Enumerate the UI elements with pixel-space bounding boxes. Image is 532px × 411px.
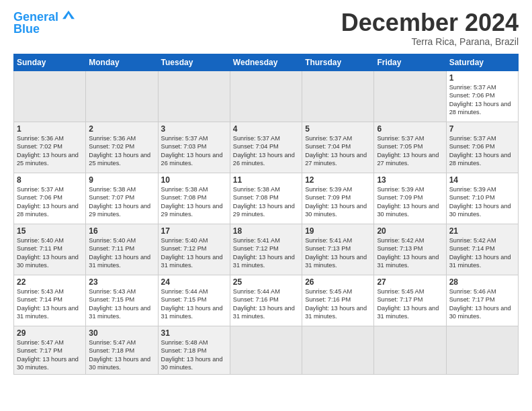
day-number: 24: [161, 277, 227, 287]
col-tuesday: Tuesday: [158, 54, 230, 71]
day-info: Sunrise: 5:45 AMSunset: 7:16 PMDaylight:…: [305, 288, 367, 320]
col-monday: Monday: [86, 54, 158, 71]
table-row: 19Sunrise: 5:41 AMSunset: 7:13 PMDayligh…: [302, 224, 374, 275]
col-saturday: Saturday: [446, 54, 518, 71]
day-number: 25: [233, 277, 299, 287]
table-row: 18Sunrise: 5:41 AMSunset: 7:12 PMDayligh…: [230, 224, 302, 275]
day-number: 3: [161, 124, 227, 134]
day-number: 5: [305, 124, 371, 134]
day-info: Sunrise: 5:37 AMSunset: 7:04 PMDaylight:…: [305, 135, 367, 167]
table-row: 7Sunrise: 5:37 AMSunset: 7:06 PMDaylight…: [446, 122, 518, 173]
table-row: 2Sunrise: 5:36 AMSunset: 7:02 PMDaylight…: [86, 122, 158, 173]
day-number: 10: [161, 175, 227, 185]
day-info: Sunrise: 5:40 AMSunset: 7:11 PMDaylight:…: [17, 237, 79, 269]
col-wednesday: Wednesday: [230, 54, 302, 71]
day-info: Sunrise: 5:37 AMSunset: 7:06 PMDaylight:…: [17, 186, 79, 218]
day-number: 15: [17, 226, 83, 236]
day-info: Sunrise: 5:48 AMSunset: 7:18 PMDaylight:…: [161, 339, 223, 371]
day-number: 27: [377, 277, 443, 287]
day-number: 26: [305, 277, 371, 287]
table-row: 3Sunrise: 5:37 AMSunset: 7:03 PMDaylight…: [158, 122, 230, 173]
day-info: Sunrise: 5:37 AMSunset: 7:04 PMDaylight:…: [233, 135, 295, 167]
table-row: [14, 71, 86, 122]
table-row: 11Sunrise: 5:38 AMSunset: 7:08 PMDayligh…: [230, 173, 302, 224]
day-number: 18: [233, 226, 299, 236]
table-row: [374, 326, 446, 375]
table-row: 12Sunrise: 5:39 AMSunset: 7:09 PMDayligh…: [302, 173, 374, 224]
day-number: 22: [17, 277, 83, 287]
day-info: Sunrise: 5:36 AMSunset: 7:02 PMDaylight:…: [17, 135, 79, 167]
day-number: 13: [377, 175, 443, 185]
day-number: 16: [89, 226, 154, 236]
col-sunday: Sunday: [14, 54, 86, 71]
table-row: 29Sunrise: 5:47 AMSunset: 7:17 PMDayligh…: [14, 326, 86, 375]
table-row: [302, 71, 374, 122]
table-row: [230, 71, 302, 122]
day-number: 8: [17, 175, 83, 185]
day-number: 9: [89, 175, 154, 185]
table-row: 28Sunrise: 5:46 AMSunset: 7:17 PMDayligh…: [446, 275, 518, 326]
day-number: 2: [89, 124, 154, 134]
table-row: 17Sunrise: 5:40 AMSunset: 7:12 PMDayligh…: [158, 224, 230, 275]
table-row: [158, 71, 230, 122]
day-info: Sunrise: 5:37 AMSunset: 7:03 PMDaylight:…: [161, 135, 223, 167]
table-row: 24Sunrise: 5:44 AMSunset: 7:15 PMDayligh…: [158, 275, 230, 326]
svg-marker-0: [62, 11, 75, 19]
calendar-table: Sunday Monday Tuesday Wednesday Thursday…: [13, 54, 519, 375]
table-row: 10Sunrise: 5:38 AMSunset: 7:08 PMDayligh…: [158, 173, 230, 224]
day-number: 14: [449, 175, 515, 185]
table-row: 1Sunrise: 5:37 AMSunset: 7:06 PMDaylight…: [446, 71, 518, 122]
day-info: Sunrise: 5:39 AMSunset: 7:09 PMDaylight:…: [377, 186, 439, 218]
table-row: 31Sunrise: 5:48 AMSunset: 7:18 PMDayligh…: [158, 326, 230, 375]
table-row: 25Sunrise: 5:44 AMSunset: 7:16 PMDayligh…: [230, 275, 302, 326]
day-info: Sunrise: 5:39 AMSunset: 7:09 PMDaylight:…: [305, 186, 367, 218]
col-friday: Friday: [374, 54, 446, 71]
day-number: 6: [377, 124, 443, 134]
month-title: December 2024: [341, 11, 519, 35]
table-row: [374, 71, 446, 122]
day-number: 19: [305, 226, 371, 236]
day-info: Sunrise: 5:46 AMSunset: 7:17 PMDaylight:…: [449, 288, 511, 320]
title-block: December 2024 Terra Rica, Parana, Brazil: [341, 11, 519, 47]
day-number: 29: [17, 328, 83, 338]
table-row: 9Sunrise: 5:38 AMSunset: 7:07 PMDaylight…: [86, 173, 158, 224]
table-row: 5Sunrise: 5:37 AMSunset: 7:04 PMDaylight…: [302, 122, 374, 173]
day-number: 30: [89, 328, 154, 338]
col-thursday: Thursday: [302, 54, 374, 71]
table-row: [446, 326, 518, 375]
table-row: 6Sunrise: 5:37 AMSunset: 7:05 PMDaylight…: [374, 122, 446, 173]
day-info: Sunrise: 5:38 AMSunset: 7:08 PMDaylight:…: [161, 186, 223, 218]
table-row: 16Sunrise: 5:40 AMSunset: 7:11 PMDayligh…: [86, 224, 158, 275]
day-info: Sunrise: 5:41 AMSunset: 7:13 PMDaylight:…: [305, 237, 367, 269]
day-info: Sunrise: 5:43 AMSunset: 7:14 PMDaylight:…: [17, 288, 79, 320]
table-row: [86, 71, 158, 122]
day-info: Sunrise: 5:45 AMSunset: 7:17 PMDaylight:…: [377, 288, 439, 320]
day-info: Sunrise: 5:38 AMSunset: 7:08 PMDaylight:…: [233, 186, 295, 218]
day-number: 1: [449, 73, 515, 83]
day-number: 20: [377, 226, 443, 236]
day-info: Sunrise: 5:38 AMSunset: 7:07 PMDaylight:…: [89, 186, 150, 218]
table-row: [302, 326, 374, 375]
table-row: 22Sunrise: 5:43 AMSunset: 7:14 PMDayligh…: [14, 275, 86, 326]
header: General Blue December 2024 Terra Rica, P…: [13, 11, 519, 47]
day-info: Sunrise: 5:36 AMSunset: 7:02 PMDaylight:…: [89, 135, 150, 167]
calendar-body: 1Sunrise: 5:37 AMSunset: 7:06 PMDaylight…: [14, 71, 519, 375]
logo: General Blue: [13, 11, 75, 36]
day-number: 7: [449, 124, 515, 134]
day-info: Sunrise: 5:37 AMSunset: 7:05 PMDaylight:…: [377, 135, 439, 167]
day-info: Sunrise: 5:44 AMSunset: 7:15 PMDaylight:…: [161, 288, 223, 320]
day-info: Sunrise: 5:37 AMSunset: 7:06 PMDaylight:…: [449, 135, 511, 167]
table-row: 30Sunrise: 5:47 AMSunset: 7:18 PMDayligh…: [86, 326, 158, 375]
day-info: Sunrise: 5:40 AMSunset: 7:11 PMDaylight:…: [89, 237, 150, 269]
table-row: 13Sunrise: 5:39 AMSunset: 7:09 PMDayligh…: [374, 173, 446, 224]
day-number: 1: [17, 124, 83, 134]
table-row: 26Sunrise: 5:45 AMSunset: 7:16 PMDayligh…: [302, 275, 374, 326]
day-info: Sunrise: 5:39 AMSunset: 7:10 PMDaylight:…: [449, 186, 511, 218]
logo-arrow-icon: [62, 10, 75, 19]
table-row: 4Sunrise: 5:37 AMSunset: 7:04 PMDaylight…: [230, 122, 302, 173]
table-row: 8Sunrise: 5:37 AMSunset: 7:06 PMDaylight…: [14, 173, 86, 224]
location-subtitle: Terra Rica, Parana, Brazil: [341, 36, 519, 47]
day-number: 12: [305, 175, 371, 185]
day-info: Sunrise: 5:37 AMSunset: 7:06 PMDaylight:…: [449, 84, 511, 116]
day-number: 17: [161, 226, 227, 236]
